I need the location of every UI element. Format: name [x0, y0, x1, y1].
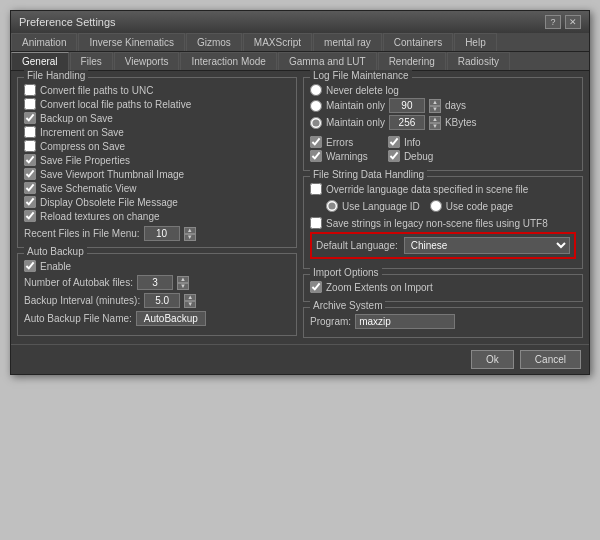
- days-label: days: [445, 100, 466, 111]
- cb-save-viewport-thumb-input[interactable]: [24, 168, 36, 180]
- backup-interval-row: Backup Interval (minutes): ▲ ▼: [24, 293, 290, 308]
- file-handling-label: File Handling: [24, 70, 88, 81]
- cb-debug-input[interactable]: [388, 150, 400, 162]
- maintain-days-spinner: ▲ ▼: [429, 99, 441, 113]
- preference-settings-window: Preference Settings ? ✕ Animation Invers…: [10, 10, 590, 375]
- import-options-group: Import Options Zoom Extents on Import: [303, 274, 583, 302]
- cb-compress-on-save-label: Compress on Save: [40, 141, 125, 152]
- cb-errors-label: Errors: [326, 137, 353, 148]
- cb-convert-relative: Convert local file paths to Relative: [24, 98, 290, 110]
- cb-compress-on-save-input[interactable]: [24, 140, 36, 152]
- archive-system-label: Archive System: [310, 300, 385, 311]
- cb-warnings-input[interactable]: [310, 150, 322, 162]
- cb-zoom-extents-input[interactable]: [310, 281, 322, 293]
- cb-info: Info: [388, 136, 433, 148]
- tab-general[interactable]: General: [11, 52, 69, 70]
- tab-mental-ray[interactable]: mental ray: [313, 33, 382, 51]
- radio-never-delete: Never delete log: [310, 84, 576, 96]
- recent-files-spin-down[interactable]: ▼: [184, 234, 196, 241]
- tab-files[interactable]: Files: [70, 52, 113, 70]
- auto-backup-group: Auto Backup Enable Number of Autobak fil…: [17, 253, 297, 336]
- tab-containers[interactable]: Containers: [383, 33, 453, 51]
- recent-files-input[interactable]: [144, 226, 180, 241]
- tab-radiosity[interactable]: Radiosity: [447, 52, 510, 70]
- file-string-group: File String Data Handling Override langu…: [303, 176, 583, 269]
- maintain-kbytes-spin-up[interactable]: ▲: [429, 116, 441, 123]
- cb-display-obsolete-input[interactable]: [24, 196, 36, 208]
- radio-maintain-kbytes: Maintain only ▲ ▼ KBytes: [310, 115, 576, 130]
- title-bar: Preference Settings ? ✕: [11, 11, 589, 33]
- tab-gizmos[interactable]: Gizmos: [186, 33, 242, 51]
- num-autobak-spin-down[interactable]: ▼: [177, 283, 189, 290]
- archive-program-label: Program:: [310, 316, 351, 327]
- maintain-kbytes-value[interactable]: [389, 115, 425, 130]
- cb-save-strings-input[interactable]: [310, 217, 322, 229]
- log-file-label: Log File Maintenance: [310, 70, 412, 81]
- archive-program-input[interactable]: [355, 314, 455, 329]
- radio-maintain-kbytes-input[interactable]: [310, 117, 322, 129]
- maintain-days-value[interactable]: [389, 98, 425, 113]
- cb-errors: Errors: [310, 136, 368, 148]
- backup-interval-spin-up[interactable]: ▲: [184, 294, 196, 301]
- backup-interval-spin-down[interactable]: ▼: [184, 301, 196, 308]
- recent-files-row: Recent Files in File Menu: ▲ ▼: [24, 226, 290, 241]
- recent-files-label: Recent Files in File Menu:: [24, 228, 140, 239]
- cb-compress-on-save: Compress on Save: [24, 140, 290, 152]
- cb-override-lang-label: Override language data specified in scen…: [326, 184, 528, 195]
- cb-save-file-props-input[interactable]: [24, 154, 36, 166]
- cb-convert-relative-input[interactable]: [24, 98, 36, 110]
- radio-never-delete-label: Never delete log: [326, 85, 399, 96]
- cb-info-label: Info: [404, 137, 421, 148]
- maintain-kbytes-spin-down[interactable]: ▼: [429, 123, 441, 130]
- cb-override-lang: Override language data specified in scen…: [310, 183, 576, 195]
- cancel-button[interactable]: Cancel: [520, 350, 581, 369]
- cb-convert-unc-input[interactable]: [24, 84, 36, 96]
- num-autobak-spinner: ▲ ▼: [177, 276, 189, 290]
- default-lang-select[interactable]: Chinese English Japanese Korean German F…: [404, 237, 570, 254]
- auto-backup-label: Auto Backup: [24, 246, 87, 257]
- tab-viewports[interactable]: Viewports: [114, 52, 180, 70]
- cb-reload-textures-input[interactable]: [24, 210, 36, 222]
- maintain-days-spin-up[interactable]: ▲: [429, 99, 441, 106]
- help-button[interactable]: ?: [545, 15, 561, 29]
- tab-interaction-mode[interactable]: Interaction Mode: [180, 52, 277, 70]
- radio-never-delete-input[interactable]: [310, 84, 322, 96]
- file-handling-group: File Handling Convert file paths to UNC …: [17, 77, 297, 248]
- num-autobak-label: Number of Autobak files:: [24, 277, 133, 288]
- tab-gamma-lut[interactable]: Gamma and LUT: [278, 52, 377, 70]
- file-string-label: File String Data Handling: [310, 169, 427, 180]
- cb-override-lang-input[interactable]: [310, 183, 322, 195]
- num-autobak-spin-up[interactable]: ▲: [177, 276, 189, 283]
- cb-convert-relative-label: Convert local file paths to Relative: [40, 99, 191, 110]
- radio-use-code-page-input[interactable]: [430, 200, 442, 212]
- cb-errors-input[interactable]: [310, 136, 322, 148]
- radio-maintain-days-input[interactable]: [310, 100, 322, 112]
- cb-reload-textures: Reload textures on change: [24, 210, 290, 222]
- recent-files-spin-up[interactable]: ▲: [184, 227, 196, 234]
- close-button[interactable]: ✕: [565, 15, 581, 29]
- cb-save-strings: Save strings in legacy non-scene files u…: [310, 217, 576, 229]
- maintain-kbytes-spinner: ▲ ▼: [429, 116, 441, 130]
- backup-interval-input[interactable]: [144, 293, 180, 308]
- default-lang-row: Default Language: Chinese English Japane…: [310, 232, 576, 259]
- num-autobak-input[interactable]: [137, 275, 173, 290]
- tab-help[interactable]: Help: [454, 33, 497, 51]
- ok-button[interactable]: Ok: [471, 350, 514, 369]
- backup-filename-input[interactable]: [136, 311, 206, 326]
- cb-reload-textures-label: Reload textures on change: [40, 211, 160, 222]
- tab-rendering[interactable]: Rendering: [378, 52, 446, 70]
- cb-save-schematic-input[interactable]: [24, 182, 36, 194]
- cb-backup-on-save-input[interactable]: [24, 112, 36, 124]
- radio-maintain-days: Maintain only ▲ ▼ days: [310, 98, 576, 113]
- log-file-group: Log File Maintenance Never delete log Ma…: [303, 77, 583, 171]
- tab-inverse-kinematics[interactable]: Inverse Kinematics: [78, 33, 184, 51]
- cb-convert-unc: Convert file paths to UNC: [24, 84, 290, 96]
- maintain-days-spin-down[interactable]: ▼: [429, 106, 441, 113]
- tab-maxscript[interactable]: MAXScript: [243, 33, 312, 51]
- cb-increment-on-save-input[interactable]: [24, 126, 36, 138]
- radio-use-lang-id-input[interactable]: [326, 200, 338, 212]
- tab-animation[interactable]: Animation: [11, 33, 77, 51]
- cb-zoom-extents-label: Zoom Extents on Import: [326, 282, 433, 293]
- cb-info-input[interactable]: [388, 136, 400, 148]
- cb-enable-backup-input[interactable]: [24, 260, 36, 272]
